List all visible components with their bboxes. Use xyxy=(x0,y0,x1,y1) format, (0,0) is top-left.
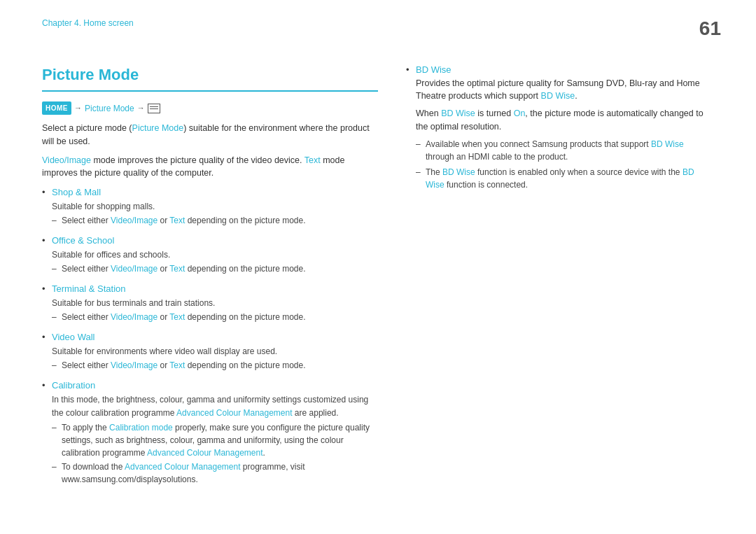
video-wall-desc: Suitable for environments where video wa… xyxy=(52,346,277,356)
bd-wise-intro: Provides the optimal picture quality for… xyxy=(416,77,714,104)
office-text-link: Text xyxy=(169,264,185,274)
videowall-text-link: Text xyxy=(169,360,185,370)
bd-wise-link-4: BD Wise xyxy=(442,167,475,177)
video-image-link-1: Video/Image xyxy=(42,155,91,165)
shop-mall-desc: Suitable for shopping malls. xyxy=(52,202,155,211)
calibration-dash-2: To download the Advanced Colour Manageme… xyxy=(52,461,378,486)
feature-list: Shop & Mall Suitable for shopping malls.… xyxy=(42,185,378,486)
office-school-desc: Suitable for offices and schools. xyxy=(52,250,170,260)
bd-wise-link-3: BD Wise xyxy=(651,139,684,149)
menu-icon xyxy=(148,104,160,113)
terminal-station-title: Terminal & Station xyxy=(52,283,126,294)
list-item-bd-wise: BD Wise Provides the optimal picture qua… xyxy=(406,63,714,191)
main-content: Picture Mode HOME → Picture Mode → Selec… xyxy=(42,63,714,493)
breadcrumb-picture-mode: Picture Mode xyxy=(85,102,134,115)
left-column: Picture Mode HOME → Picture Mode → Selec… xyxy=(42,63,378,493)
intro-paragraph-1: Select a picture mode (Picture Mode) sui… xyxy=(42,122,378,148)
calibration-dash-1: To apply the Calibration mode properly, … xyxy=(52,421,378,459)
terminal-text-link: Text xyxy=(169,312,185,322)
calibration-acm-link-3: Advanced Colour Management xyxy=(125,462,240,472)
page: 61 Chapter 4. Home screen Picture Mode H… xyxy=(0,0,756,534)
calibration-acm-link-1: Advanced Colour Management xyxy=(176,408,292,418)
right-column: BD Wise Provides the optimal picture qua… xyxy=(406,63,714,493)
bd-wise-dash-1: Available when you connect Samsung produ… xyxy=(416,138,714,163)
calibration-mode-link: Calibration mode xyxy=(109,423,173,433)
shop-video-image-link: Video/Image xyxy=(111,216,158,225)
bd-wise-on-link: On xyxy=(514,108,526,118)
breadcrumb: HOME → Picture Mode → xyxy=(42,101,378,115)
shop-mall-title: Shop & Mall xyxy=(52,187,101,197)
shop-mall-dash: Select either Video/Image or Text depend… xyxy=(52,214,378,227)
video-wall-dash: Select either Video/Image or Text depend… xyxy=(52,359,378,372)
page-number: 61 xyxy=(699,14,721,43)
bd-wise-title: BD Wise xyxy=(416,64,451,75)
calibration-acm-link-2: Advanced Colour Management xyxy=(147,448,262,458)
intro-paragraph-2: Video/Image mode improves the picture qu… xyxy=(42,154,378,181)
videowall-video-image-link: Video/Image xyxy=(111,360,158,370)
shop-text-link: Text xyxy=(169,216,185,225)
bd-wise-when: When BD Wise is turned On, the picture m… xyxy=(416,107,714,134)
list-item-terminal-station: Terminal & Station Suitable for bus term… xyxy=(42,282,378,323)
chapter-header: Chapter 4. Home screen xyxy=(42,17,134,29)
video-wall-title: Video Wall xyxy=(52,332,94,342)
office-school-title: Office & School xyxy=(52,235,114,246)
home-badge: HOME xyxy=(42,101,71,115)
list-item-video-wall: Video Wall Suitable for environments whe… xyxy=(42,330,378,372)
breadcrumb-arrow-1: → xyxy=(74,102,82,114)
list-item-shop-mall: Shop & Mall Suitable for shopping malls.… xyxy=(42,185,378,227)
right-feature-list: BD Wise Provides the optimal picture qua… xyxy=(406,63,714,191)
terminal-video-image-link: Video/Image xyxy=(111,312,158,322)
calibration-desc: In this mode, the brightness, colour, ga… xyxy=(52,395,368,419)
list-item-office-school: Office & School Suitable for offices and… xyxy=(42,234,378,275)
bd-wise-link-2: BD Wise xyxy=(441,108,475,118)
text-link-1: Text xyxy=(304,155,321,165)
calibration-title: Calibration xyxy=(52,380,95,391)
bd-wise-link-1: BD Wise xyxy=(541,91,575,101)
terminal-station-desc: Suitable for bus terminals and train sta… xyxy=(52,298,215,308)
office-video-image-link: Video/Image xyxy=(111,264,158,274)
section-title: Picture Mode xyxy=(42,63,378,92)
breadcrumb-arrow-2: → xyxy=(137,102,145,114)
terminal-station-dash: Select either Video/Image or Text depend… xyxy=(52,311,378,323)
list-item-calibration: Calibration In this mode, the brightness… xyxy=(42,379,378,486)
picture-mode-link-1: Picture Mode xyxy=(132,123,184,133)
office-school-dash: Select either Video/Image or Text depend… xyxy=(52,262,378,275)
bd-wise-dash-2: The BD Wise function is enabled only whe… xyxy=(416,166,714,191)
